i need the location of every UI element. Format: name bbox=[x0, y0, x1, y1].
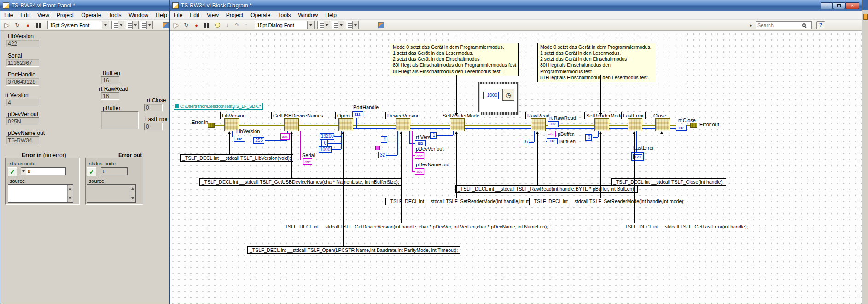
menu-operate[interactable]: Operate bbox=[77, 11, 105, 19]
constant-0-mode[interactable]: 0 bbox=[585, 134, 592, 141]
terminal-rt-close-i32[interactable]: I32 bbox=[676, 125, 687, 131]
wire-c16-h[interactable] bbox=[529, 142, 534, 143]
resize-objects-dropdown[interactable] bbox=[140, 21, 153, 29]
label-porthandle[interactable]: PortHandle bbox=[353, 105, 379, 110]
abort-button[interactable]: ● bbox=[23, 21, 33, 29]
arrow-close[interactable] bbox=[662, 134, 662, 178]
abort-button[interactable]: ● bbox=[192, 21, 201, 29]
clean-up-diagram-button[interactable] bbox=[376, 21, 386, 29]
constant-16[interactable]: 16 bbox=[520, 139, 529, 145]
constant-0-open[interactable]: 0 bbox=[321, 140, 328, 146]
run-button[interactable]: ▶ bbox=[2, 21, 12, 29]
dll-path-constant[interactable]: C:\Users\thor\Desktop\Test\TS_LF_SDK.* bbox=[174, 103, 263, 110]
step-over-button[interactable]: ↷ bbox=[232, 21, 242, 29]
decl-setreadermode-2[interactable]: _TSLF_DECL int __stdcall TSLF_SetReaderM… bbox=[529, 198, 687, 205]
terminal-porthandle-i32[interactable]: I32 bbox=[352, 111, 363, 117]
arrow-setreadermode-2[interactable] bbox=[600, 134, 601, 198]
clfn-deviceversion[interactable] bbox=[396, 118, 410, 131]
wait-ms-node[interactable]: ◷ bbox=[502, 89, 514, 101]
font-selector[interactable]: 15pt System Font bbox=[47, 21, 109, 29]
constant-19200[interactable]: 19200 bbox=[320, 133, 334, 140]
clfn-lasterror[interactable] bbox=[628, 118, 642, 131]
terminal-lasterror-numeric[interactable]: 123 bbox=[631, 152, 644, 161]
menu-view[interactable]: View bbox=[34, 11, 53, 19]
label-lasterror[interactable]: LastError bbox=[633, 145, 654, 151]
decl-libversion[interactable]: _TSLF_DECL int __stdcall TSLF_LibVersion… bbox=[180, 154, 293, 162]
wire-devver-out-v[interactable] bbox=[412, 131, 413, 171]
clfn-getusbdevicenames[interactable] bbox=[284, 118, 299, 131]
wire-c32-h[interactable] bbox=[386, 155, 397, 156]
scrollbar[interactable] bbox=[67, 185, 73, 202]
decl-rawread[interactable]: _TSLF_DECL int __stdcall TSLF_RawRead(in… bbox=[455, 185, 638, 193]
label-error-in[interactable]: Error in bbox=[192, 119, 208, 125]
highlight-execution-button[interactable] bbox=[213, 21, 222, 29]
decl-getusbdevicenames[interactable]: _TSLF_DECL int __stdcall TSLF_GetUSBDevi… bbox=[199, 178, 402, 186]
wire-serial-v[interactable] bbox=[300, 131, 301, 160]
label-rt-rawread[interactable]: rt RawRead bbox=[549, 115, 576, 121]
arrow-comment-1[interactable] bbox=[456, 75, 457, 113]
arrow-getlasterror[interactable] bbox=[634, 134, 635, 223]
close-button[interactable]: × bbox=[845, 2, 859, 9]
label-libversion-ind[interactable]: LibVersion bbox=[236, 129, 260, 134]
pause-button[interactable] bbox=[202, 21, 211, 29]
decl-open[interactable]: _TSLF_DECL int __stdcall TSLF_Open(LPCST… bbox=[247, 246, 460, 254]
terminal-namelist-abc[interactable]: abc bbox=[280, 133, 290, 140]
align-objects-dropdown[interactable] bbox=[317, 21, 330, 29]
wire-c4-h[interactable] bbox=[387, 140, 397, 140]
label-pbuffer[interactable]: pBuffer bbox=[558, 131, 574, 137]
menu-edit[interactable]: Edit bbox=[17, 11, 34, 19]
wire-c1-h[interactable] bbox=[437, 135, 453, 136]
wire-baud-h[interactable] bbox=[334, 136, 341, 137]
spinner-icon[interactable] bbox=[21, 168, 26, 175]
constant-32[interactable]: 32 bbox=[378, 152, 386, 158]
step-out-button[interactable]: ↑ bbox=[241, 21, 251, 29]
menu-tools[interactable]: Tools bbox=[274, 11, 295, 19]
menu-file[interactable]: File bbox=[170, 11, 186, 19]
run-button[interactable]: ▶ bbox=[171, 21, 181, 29]
arrow-getusb[interactable] bbox=[291, 134, 292, 178]
arrow-rawread[interactable] bbox=[537, 134, 538, 185]
resize-objects-dropdown[interactable] bbox=[346, 21, 359, 29]
step-into-button[interactable]: ↓ bbox=[223, 21, 233, 29]
menu-tools[interactable]: Tools bbox=[105, 11, 125, 19]
distribute-objects-dropdown[interactable] bbox=[126, 21, 139, 29]
constant-255[interactable]: 255 bbox=[253, 137, 264, 144]
constant-1000-open[interactable]: 1000 bbox=[319, 146, 332, 153]
terminal-rt-rawread-i32[interactable]: I32 bbox=[548, 121, 559, 127]
label-pdevver-out[interactable]: pDevVer out bbox=[416, 146, 444, 152]
label-buflen[interactable]: BufLen bbox=[559, 139, 576, 144]
wire-libversion-stub[interactable] bbox=[232, 131, 233, 137]
arrow-libversion[interactable] bbox=[229, 134, 230, 154]
comment-mode-note-1[interactable]: Mode 0 setzt das Gerät in dem Programmie… bbox=[390, 43, 519, 76]
pause-button[interactable] bbox=[34, 21, 43, 29]
front-panel-titlebar[interactable]: TS-RW34.vi Front Panel * bbox=[0, 0, 171, 11]
constant-1[interactable]: 1 bbox=[430, 132, 437, 139]
clfn-rawread[interactable] bbox=[531, 118, 546, 131]
decl-getlasterror[interactable]: _TSLF_DECL int __stdcall TSLF_GetLastErr… bbox=[620, 223, 750, 230]
constant-empty-string[interactable] bbox=[375, 146, 380, 150]
arrow-getdeviceversion[interactable] bbox=[401, 134, 402, 223]
search-input[interactable] bbox=[756, 22, 801, 29]
menu-project[interactable]: Project bbox=[222, 11, 247, 19]
run-continuous-button[interactable]: ↻ bbox=[181, 21, 191, 29]
wire-pdevname-h[interactable] bbox=[412, 171, 415, 172]
decl-getdeviceversion[interactable]: _TSLF_DECL int __stdcall TSLF_GetDeviceV… bbox=[280, 223, 550, 230]
background-window-edge[interactable] bbox=[862, 0, 868, 304]
clfn-open[interactable] bbox=[338, 118, 353, 131]
error-in-code-field[interactable]: 0 bbox=[21, 167, 66, 175]
reorder-button[interactable] bbox=[161, 21, 170, 29]
block-diagram-titlebar[interactable]: TS-RW34.vi Block Diagram * – × bbox=[170, 0, 862, 11]
arrow-open[interactable] bbox=[343, 134, 344, 246]
terminal-error-out-cluster[interactable] bbox=[690, 123, 697, 128]
font-selector[interactable]: 15pt Dialog Font bbox=[255, 21, 315, 29]
clfn-setreadermode-1[interactable] bbox=[450, 118, 465, 131]
menu-edit[interactable]: Edit bbox=[186, 11, 203, 19]
clfn-setreadermode-2[interactable] bbox=[594, 118, 609, 131]
label-error-out[interactable]: Error out bbox=[699, 122, 719, 127]
menu-view[interactable]: View bbox=[203, 11, 222, 19]
wire-timeout-h[interactable] bbox=[332, 149, 341, 150]
distribute-objects-dropdown[interactable] bbox=[332, 21, 344, 29]
constant-4[interactable]: 4 bbox=[381, 136, 387, 143]
wire-devver-consts-v[interactable] bbox=[397, 131, 398, 155]
menu-operate[interactable]: Operate bbox=[247, 11, 274, 19]
